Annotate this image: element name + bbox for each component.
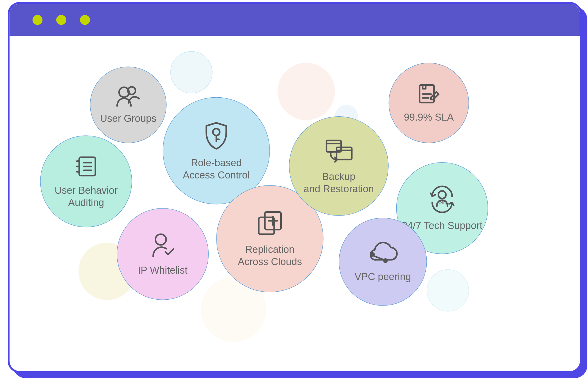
decorative-bubble [427,269,469,312]
window-dot [32,15,43,25]
bubble-vpc-peering: VPC peering [339,218,427,306]
svg-text:24h: 24h [439,200,446,205]
svg-rect-5 [259,217,274,234]
backup-icon [323,137,354,165]
bubble-label: 24/7 Tech Support [402,219,482,232]
support-24h-icon: 24h [427,185,458,214]
users-icon [115,85,142,107]
bubble-label: Backup and Restoration [304,170,374,195]
bubble-label: 99.9% SLA [404,111,454,123]
svg-rect-8 [337,147,352,159]
bubble-ip-whitelist: IP Whitelist [117,208,209,300]
bubble-sla: 99.9% SLA [389,63,469,143]
audit-log-icon [74,154,98,178]
bubble-label: IP Whitelist [138,264,187,276]
window-dot [56,15,66,25]
window-titlebar [9,4,580,36]
svg-point-3 [213,128,220,135]
window-dot [80,15,90,25]
shield-key-icon [203,120,230,151]
decorative-bubble [277,63,335,120]
decorative-bubble [170,51,213,94]
bubble-user-groups: User Groups [90,67,167,143]
bubble-label: Role-based Access Control [183,156,250,181]
user-check-icon [150,232,175,259]
browser-window: User Groups User Behavior Auditing Role-… [8,2,582,373]
duplicate-plus-icon [256,209,284,238]
bubble-backup-restoration: Backup and Restoration [289,116,389,216]
bubble-label: Replication Across Clouds [238,243,302,268]
diagram-canvas: User Groups User Behavior Auditing Role-… [9,36,580,371]
svg-point-4 [156,234,166,245]
bubble-user-behavior-auditing: User Behavior Auditing [40,136,132,227]
svg-point-10 [438,191,446,198]
bubble-label: User Groups [100,112,156,125]
cloud-network-icon [366,241,399,265]
bubble-label: User Behavior Auditing [55,184,118,209]
document-edit-icon [417,83,441,106]
bubble-label: VPC peering [355,270,411,283]
